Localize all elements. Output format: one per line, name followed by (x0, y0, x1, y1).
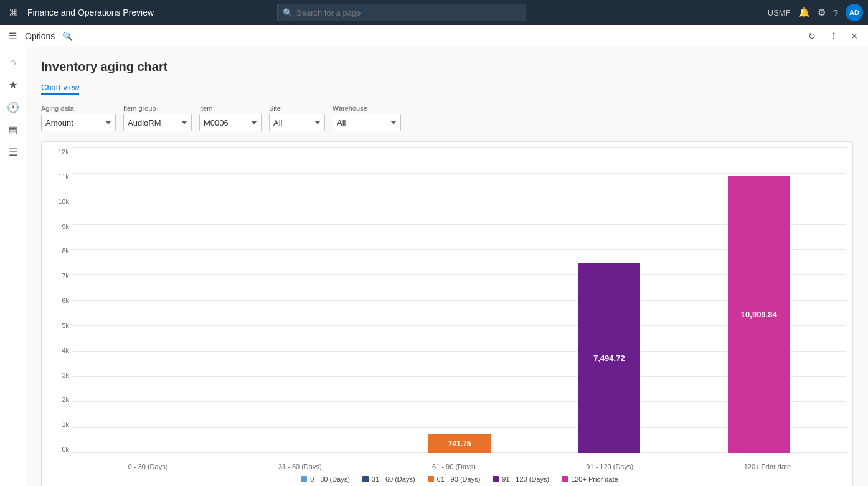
site-select[interactable]: All (269, 114, 325, 131)
legend-label: 120+ Prior date (571, 475, 618, 483)
y-axis-label: 9k (44, 223, 69, 230)
bar-group: 741.75 (428, 434, 491, 453)
y-axis-label: 10k (44, 198, 69, 205)
user-avatar[interactable]: AD (846, 4, 863, 21)
main-layout: ⌂ ★ 🕐 ▤ ☰ Inventory aging chart Chart vi… (0, 47, 868, 486)
x-axis-label: 31 - 60 (Days) (278, 463, 322, 470)
warehouse-label: Warehouse (333, 105, 401, 112)
second-bar: ☰ Options 🔍 ↻ ⤴ ✕ (0, 25, 868, 47)
warehouse-select[interactable]: All (333, 114, 401, 131)
item-label: Item (199, 105, 262, 112)
legend-label: 91 - 120 (Days) (502, 475, 549, 483)
settings-icon[interactable]: ⚙ (818, 7, 826, 18)
legend-color (428, 476, 434, 482)
y-axis: 0k1k2k3k4k5k6k7k8k9k10k11k12k (44, 148, 69, 453)
options-search-icon[interactable]: 🔍 (60, 30, 75, 42)
sidebar-workspaces-icon[interactable]: ▤ (3, 119, 23, 139)
bar-group: 7,494.72 (578, 263, 640, 453)
item-group-filter: Item group AudioRM All (123, 105, 192, 131)
legend-label: 61 - 90 (Days) (437, 475, 481, 483)
y-axis-label: 11k (44, 173, 69, 180)
legend-item: 120+ Prior date (562, 475, 618, 483)
x-axis-label: 0 - 30 (Days) (128, 463, 168, 470)
x-axis-label: 91 - 120 (Days) (586, 463, 633, 470)
legend-color (493, 476, 499, 482)
app-title: Finance and Operations Preview (27, 7, 154, 17)
y-axis-label: 12k (44, 148, 69, 156)
bar[interactable]: 741.75 (428, 434, 491, 453)
chart-inner: 0k1k2k3k4k5k6k7k8k9k10k11k12k 741.757,49… (73, 148, 846, 453)
legend-label: 0 - 30 (Days) (310, 475, 350, 483)
y-axis-label: 5k (44, 322, 69, 329)
bars-area: 741.757,494.7210,909.84 (73, 148, 846, 453)
legend-item: 31 - 60 (Days) (362, 475, 415, 483)
aging-data-label: Aging data (41, 105, 116, 112)
y-axis-label: 0k (44, 446, 69, 453)
item-group-label: Item group (123, 105, 192, 112)
y-axis-label: 1k (44, 421, 69, 428)
y-axis-label: 6k (44, 297, 69, 304)
y-axis-label: 2k (44, 396, 69, 403)
grid-menu-icon[interactable]: ⌘ (5, 4, 22, 21)
help-icon[interactable]: ? (833, 7, 838, 18)
bar[interactable]: 7,494.72 (578, 263, 640, 453)
page-title: Inventory aging chart (41, 60, 853, 74)
bar-group: 10,909.84 (728, 176, 790, 453)
legend-item: 91 - 120 (Days) (493, 475, 549, 483)
top-bar-right: USMF 🔔 ⚙ ? AD (768, 4, 863, 21)
x-axis-label: 61 - 90 (Days) (432, 463, 476, 470)
legend-color (301, 476, 307, 482)
warehouse-filter: Warehouse All (333, 105, 401, 131)
site-filter: Site All (269, 105, 325, 131)
x-axis-label: 120+ Prior date (744, 463, 791, 470)
content-area: Inventory aging chart Chart view Aging d… (26, 47, 868, 486)
legend-item: 61 - 90 (Days) (428, 475, 481, 483)
hamburger-icon[interactable]: ☰ (5, 29, 20, 44)
site-label: Site (269, 105, 325, 112)
y-axis-label: 3k (44, 372, 69, 379)
sidebar: ⌂ ★ 🕐 ▤ ☰ (0, 47, 26, 486)
popout-button[interactable]: ⤴ (824, 27, 842, 45)
y-axis-label: 8k (44, 247, 69, 255)
y-axis-label: 7k (44, 272, 69, 279)
chart-view-tab[interactable]: Chart view (41, 83, 79, 95)
aging-data-select[interactable]: Amount Quantity (41, 114, 116, 131)
top-bar: ⌘ Finance and Operations Preview 🔍 USMF … (0, 0, 868, 25)
item-group-select[interactable]: AudioRM All (123, 114, 192, 131)
legend-label: 31 - 60 (Days) (372, 475, 415, 483)
aging-data-filter: Aging data Amount Quantity (41, 105, 116, 131)
user-label: USMF (768, 8, 791, 17)
second-bar-actions: ↻ ⤴ ✕ (803, 27, 863, 45)
search-icon: 🔍 (283, 8, 293, 17)
item-select[interactable]: M0006 All (199, 114, 262, 131)
chart-container: 0k1k2k3k4k5k6k7k8k9k10k11k12k 741.757,49… (41, 141, 853, 486)
filter-row: Aging data Amount Quantity Item group Au… (41, 105, 853, 131)
sidebar-modules-icon[interactable]: ☰ (3, 142, 23, 162)
sidebar-home-icon[interactable]: ⌂ (3, 52, 23, 72)
close-button[interactable]: ✕ (846, 27, 863, 45)
item-filter: Item M0006 All (199, 105, 262, 131)
x-axis: 0 - 30 (Days)31 - 60 (Days)61 - 90 (Days… (73, 463, 846, 470)
sidebar-favorites-icon[interactable]: ★ (3, 75, 23, 95)
search-input[interactable] (296, 8, 521, 17)
options-label: Options (25, 31, 55, 41)
y-axis-label: 4k (44, 347, 69, 354)
chart-legend: 0 - 30 (Days)31 - 60 (Days)61 - 90 (Days… (73, 475, 846, 483)
search-bar[interactable]: 🔍 (277, 4, 526, 21)
sidebar-recent-icon[interactable]: 🕐 (3, 97, 23, 117)
notification-icon[interactable]: 🔔 (798, 7, 810, 18)
refresh-button[interactable]: ↻ (803, 27, 821, 45)
bar[interactable]: 10,909.84 (728, 176, 790, 453)
legend-color (562, 476, 568, 482)
legend-color (362, 476, 369, 482)
legend-item: 0 - 30 (Days) (301, 475, 350, 483)
